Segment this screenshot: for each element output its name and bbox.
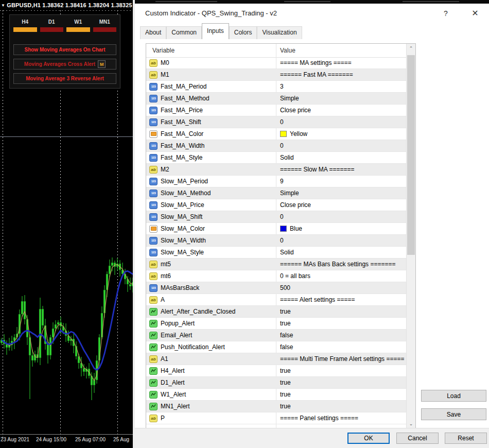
tab-about[interactable]: About: [140, 26, 166, 39]
scroll-down-button[interactable]: ⌄: [407, 419, 415, 428]
timeframe-h4[interactable]: H4: [12, 19, 39, 32]
table-row[interactable]: Email_Alertfalse: [146, 330, 407, 341]
table-row[interactable]: MN1_Alerttrue: [146, 401, 407, 412]
param-value[interactable]: 0: [280, 237, 284, 244]
chart-symbol-text: GBPUSD,H1 1.38362 1.38416 1.38204 1.3832…: [7, 2, 132, 8]
table-row[interactable]: abM1====== Fast MA =======: [146, 69, 407, 81]
bool-param-icon: [149, 367, 158, 375]
close-button[interactable]: ✕: [468, 8, 482, 18]
scrollbar-thumb[interactable]: [407, 55, 415, 255]
table-row[interactable]: H4_Alerttrue: [146, 365, 407, 377]
param-value[interactable]: Simple: [280, 95, 299, 102]
table-row[interactable]: 123Slow_MA_Shift0: [146, 211, 407, 223]
table-row[interactable]: 123Slow_MA_Width0: [146, 235, 407, 247]
param-value[interactable]: ====== Fast MA =======: [280, 71, 353, 78]
table-row[interactable]: 123Slow_MA_PriceClose price: [146, 199, 407, 211]
param-value[interactable]: 3: [280, 83, 284, 90]
param-value[interactable]: true: [280, 391, 291, 398]
param-value[interactable]: 500: [280, 284, 290, 291]
param-value[interactable]: ====== MAs Bars Back settings =======: [280, 261, 395, 268]
table-row[interactable]: 123Fast_MA_Width0: [146, 140, 407, 152]
param-value[interactable]: 0: [280, 118, 284, 126]
tab-visualization[interactable]: Visualization: [257, 26, 302, 39]
param-value[interactable]: Simple: [280, 189, 299, 197]
reset-button[interactable]: Reset: [445, 433, 487, 444]
table-row[interactable]: D1_Alerttrue: [146, 377, 407, 389]
table-row[interactable]: Fast_MA_ColorYellow: [146, 128, 407, 140]
help-button[interactable]: ?: [440, 9, 452, 18]
param-name: mt5: [161, 261, 171, 268]
panel-button-3[interactable]: Moving Average 3 Reverse Alert: [13, 73, 116, 84]
param-value[interactable]: 0: [280, 142, 284, 149]
table-row[interactable]: abA1===== Multi Time Frame Alert setting…: [146, 353, 407, 365]
chart-dropdown-icon[interactable]: ▼: [1, 3, 5, 8]
param-value[interactable]: 0: [280, 213, 284, 220]
table-row[interactable]: 123Fast_MA_Period3: [146, 81, 407, 93]
time-axis-label: 24 Aug 15:00: [36, 437, 66, 442]
param-value[interactable]: true: [280, 308, 291, 315]
param-value[interactable]: 0 = all bars: [280, 272, 310, 280]
param-value[interactable]: Solid: [280, 154, 294, 161]
table-row[interactable]: Alert_After_Candle_Closedtrue: [146, 306, 407, 318]
table-row[interactable]: 123Fast_MA_Shift0: [146, 116, 407, 128]
table-row[interactable]: Slow_MA_ColorBlue: [146, 223, 407, 235]
table-row[interactable]: Popup_Alerttrue: [146, 318, 407, 330]
table-row[interactable]: abM0===== MA settings =====: [146, 57, 407, 69]
table-row[interactable]: 123Fast_MA_MethodSimple: [146, 93, 407, 105]
param-value[interactable]: true: [280, 367, 291, 374]
timeframe-label: D1: [39, 19, 65, 25]
param-value[interactable]: true: [280, 320, 291, 327]
table-row[interactable]: W1_Alerttrue: [146, 389, 407, 401]
param-value[interactable]: ===== Panel settings =====: [280, 415, 358, 422]
table-row[interactable]: Push_Notification_Alertfalse: [146, 341, 407, 353]
load-button[interactable]: Load: [421, 390, 486, 402]
scroll-up-button[interactable]: ⌃: [407, 44, 415, 53]
indicator-panel: H4D1W1MN1 Show Moving Averages On ChartM…: [9, 14, 120, 89]
number-param-icon: 123: [149, 178, 158, 185]
param-value[interactable]: ===== Alert settings =====: [280, 296, 355, 303]
param-value[interactable]: true: [280, 403, 291, 410]
timeframe-w1[interactable]: W1: [65, 19, 92, 32]
param-value[interactable]: Close price: [280, 201, 311, 209]
table-row[interactable]: 123Fast_MA_StyleSolid: [146, 152, 407, 164]
table-row[interactable]: abmt5====== MAs Bars Back settings =====…: [146, 259, 407, 270]
table-row[interactable]: 123Fast_MA_PriceClose price: [146, 105, 407, 116]
tab-colors[interactable]: Colors: [229, 26, 257, 39]
save-button[interactable]: Save: [421, 408, 486, 420]
timeframe-d1[interactable]: D1: [39, 19, 65, 32]
tab-inputs[interactable]: Inputs: [202, 23, 229, 39]
param-value[interactable]: Solid: [280, 249, 294, 256]
table-row[interactable]: abA===== Alert settings =====: [146, 294, 407, 306]
cancel-button[interactable]: Cancel: [396, 433, 439, 444]
tab-common[interactable]: Common: [166, 26, 202, 39]
table-row[interactable]: 123Slow_MA_MethodSimple: [146, 187, 407, 199]
param-value[interactable]: false: [280, 343, 293, 351]
dialog-titlebar[interactable]: Custom Indicator - QPS_Swing_Trading - v…: [135, 4, 489, 23]
param-value[interactable]: ===== MA settings =====: [280, 59, 352, 66]
param-value[interactable]: true: [280, 379, 291, 386]
param-value[interactable]: ===== Multi Time Frame Alert settings ==…: [280, 355, 404, 363]
table-row[interactable]: 123MAsBarsBack500: [146, 282, 407, 294]
param-name: Slow_MA_Shift: [161, 213, 202, 220]
mtf-badge[interactable]: M: [98, 60, 106, 68]
param-value[interactable]: ====== Slow MA =======: [280, 166, 354, 173]
param-value[interactable]: Blue: [280, 225, 302, 232]
number-param-icon: 123: [149, 83, 158, 91]
ok-button[interactable]: OK: [347, 433, 390, 444]
param-value[interactable]: false: [280, 332, 293, 339]
param-value[interactable]: 9: [280, 178, 284, 185]
table-row[interactable]: abM2====== Slow MA =======: [146, 164, 407, 176]
param-value[interactable]: Yellow: [280, 130, 307, 137]
timeframe-label: W1: [65, 19, 92, 25]
table-row[interactable]: abP===== Panel settings =====: [146, 412, 407, 424]
timeframe-mn1[interactable]: MN1: [92, 19, 118, 32]
panel-button-2[interactable]: Moving Averages Cross AlertM: [13, 59, 116, 70]
param-name: M0: [161, 59, 169, 66]
table-row[interactable]: 123Slow_MA_Period9: [146, 176, 407, 187]
panel-button-1[interactable]: Show Moving Averages On Chart: [13, 44, 116, 55]
param-value[interactable]: Close price: [280, 107, 311, 114]
table-row[interactable]: 123Slow_MA_StyleSolid: [146, 247, 407, 259]
table-row[interactable]: abmt60 = all bars: [146, 270, 407, 282]
column-value: Value: [280, 47, 295, 54]
table-scrollbar[interactable]: ⌃ ⌄: [406, 44, 415, 428]
